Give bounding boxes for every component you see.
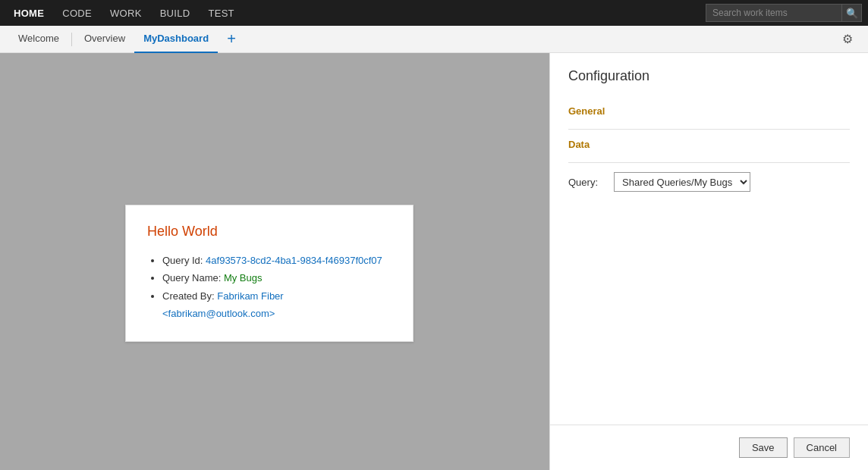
- main-content: Hello World Query Id: 4af93573-8cd2-4ba1…: [0, 53, 868, 470]
- search-icon: 🔍: [846, 8, 858, 19]
- gear-icon[interactable]: ⚙: [842, 32, 853, 46]
- config-data-section: Data: [550, 130, 868, 162]
- search-container: 🔍: [706, 4, 862, 22]
- nav-work[interactable]: WORK: [102, 0, 149, 26]
- query-name-label: Query Name:: [162, 272, 224, 284]
- query-id-value: 4af93573-8cd2-4ba1-9834-f46937f0cf07: [206, 255, 382, 266]
- query-label: Query:: [568, 177, 606, 188]
- top-nav: HOME CODE WORK BUILD TEST 🔍: [0, 0, 868, 26]
- config-general-section: General: [550, 96, 868, 129]
- nav-test[interactable]: TEST: [200, 0, 241, 26]
- add-dashboard-button[interactable]: +: [221, 29, 242, 50]
- nav-code[interactable]: CODE: [55, 0, 99, 26]
- list-item: Query Name: My Bugs: [162, 269, 392, 287]
- config-general-title: General: [568, 105, 850, 117]
- nav-build[interactable]: BUILD: [153, 0, 198, 26]
- nav-separator-1: [71, 33, 72, 46]
- created-by-label: Created By:: [162, 290, 217, 302]
- settings-container: ⚙: [836, 32, 859, 46]
- subnav-mydashboard[interactable]: MyDashboard: [134, 26, 218, 53]
- config-title: Configuration: [550, 53, 868, 96]
- list-item: Created By: Fabrikam Fiber <fabrikam@out…: [162, 287, 392, 323]
- config-footer: Save Cancel: [550, 425, 868, 470]
- subnav-overview[interactable]: Overview: [75, 26, 134, 53]
- widget-list: Query Id: 4af93573-8cd2-4ba1-9834-f46937…: [147, 252, 392, 323]
- query-select[interactable]: Shared Queries/My Bugs Shared Queries/Al…: [614, 172, 750, 192]
- widget-card: Hello World Query Id: 4af93573-8cd2-4ba1…: [125, 205, 414, 342]
- search-input[interactable]: [706, 4, 842, 22]
- config-panel: Configuration General Data Query: Shared…: [549, 53, 868, 470]
- widget-title: Hello World: [147, 224, 392, 240]
- save-button[interactable]: Save: [739, 437, 788, 458]
- query-name-value: My Bugs: [224, 272, 263, 284]
- nav-home[interactable]: HOME: [6, 0, 52, 26]
- query-id-label: Query Id:: [162, 255, 206, 266]
- config-data-title: Data: [568, 139, 850, 150]
- search-button[interactable]: 🔍: [842, 4, 862, 22]
- secondary-nav: Welcome Overview MyDashboard + ⚙: [0, 26, 868, 53]
- list-item: Query Id: 4af93573-8cd2-4ba1-9834-f46937…: [162, 252, 392, 269]
- dashboard-area: Hello World Query Id: 4af93573-8cd2-4ba1…: [0, 53, 549, 470]
- config-query-row: Query: Shared Queries/My Bugs Shared Que…: [550, 163, 868, 201]
- cancel-button[interactable]: Cancel: [794, 437, 850, 458]
- subnav-welcome[interactable]: Welcome: [9, 26, 68, 53]
